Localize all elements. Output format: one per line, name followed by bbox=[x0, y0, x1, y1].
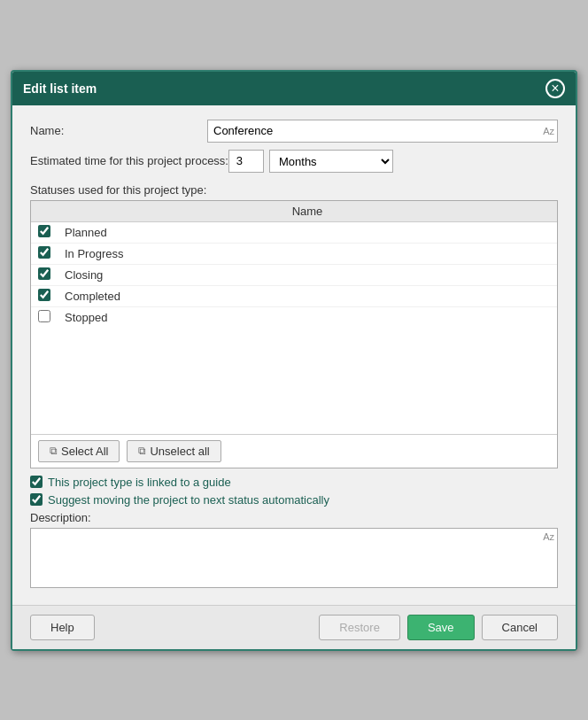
description-label: Description: bbox=[30, 511, 558, 524]
name-column-header: Name bbox=[58, 201, 557, 222]
status-checkbox-cell bbox=[31, 221, 58, 243]
status-name-cell: Completed bbox=[58, 285, 557, 306]
dialog-footer: Help Restore Save Cancel bbox=[12, 605, 576, 649]
dialog-title: Edit list item bbox=[23, 81, 97, 96]
dialog-body: Name: Az Estimated time for this project… bbox=[12, 105, 576, 605]
cancel-button[interactable]: Cancel bbox=[482, 615, 558, 640]
statuses-section-label: Statuses used for this project type: bbox=[30, 183, 558, 197]
status-checkbox-cell bbox=[31, 243, 58, 264]
estimated-row: Estimated time for this project process:… bbox=[30, 150, 558, 173]
unselect-all-button[interactable]: ⧉ Unselect all bbox=[127, 440, 220, 462]
empty-rows-space bbox=[31, 328, 557, 434]
status-checkbox-cell bbox=[31, 306, 58, 328]
status-checkbox-3[interactable] bbox=[38, 289, 50, 301]
status-checkbox-cell bbox=[31, 285, 58, 306]
table-row: In Progress bbox=[31, 243, 557, 264]
suggest-move-label: Suggest moving the project to next statu… bbox=[48, 493, 329, 507]
table-row: Planned bbox=[31, 221, 557, 243]
status-checkbox-0[interactable] bbox=[38, 225, 50, 237]
status-checkbox-cell bbox=[31, 264, 58, 285]
select-all-label: Select All bbox=[61, 445, 108, 458]
name-label: Name: bbox=[30, 124, 207, 137]
table-row: Completed bbox=[31, 285, 557, 306]
status-name-cell: Planned bbox=[58, 221, 557, 243]
name-row: Name: Az bbox=[30, 120, 558, 143]
suggest-move-row: Suggest moving the project to next statu… bbox=[30, 493, 558, 507]
select-buttons-row: ⧉ Select All ⧉ Unselect all bbox=[31, 434, 557, 468]
name-input-container: Az bbox=[207, 120, 558, 143]
status-name-cell: In Progress bbox=[58, 243, 557, 264]
description-textarea[interactable] bbox=[30, 528, 558, 588]
close-button[interactable]: × bbox=[545, 79, 565, 98]
select-all-icon: ⧉ bbox=[50, 445, 58, 457]
table-row: Closing bbox=[31, 264, 557, 285]
help-button[interactable]: Help bbox=[30, 615, 95, 640]
check-column-header bbox=[31, 201, 58, 222]
status-checkbox-1[interactable] bbox=[38, 246, 50, 259]
statuses-table-container: Name Planned In Progress Closing bbox=[30, 200, 558, 468]
unselect-all-icon: ⧉ bbox=[138, 445, 146, 457]
linked-guide-checkbox[interactable] bbox=[30, 476, 43, 488]
unselect-all-label: Unselect all bbox=[150, 445, 209, 458]
linked-guide-row: This project type is linked to a guide bbox=[30, 476, 558, 489]
status-checkbox-4[interactable] bbox=[38, 310, 50, 322]
description-translate-icon[interactable]: Az bbox=[543, 531, 554, 542]
restore-button[interactable]: Restore bbox=[319, 615, 400, 640]
save-button[interactable]: Save bbox=[407, 615, 475, 640]
statuses-table: Name Planned In Progress Closing bbox=[31, 201, 557, 328]
table-row: Stopped bbox=[31, 306, 557, 328]
description-container: Az bbox=[30, 528, 558, 591]
name-input[interactable] bbox=[207, 120, 558, 143]
suggest-move-checkbox[interactable] bbox=[30, 493, 43, 506]
estimated-number-input[interactable] bbox=[228, 150, 264, 173]
edit-list-item-dialog: Edit list item × Name: Az Estimated time… bbox=[11, 70, 577, 651]
name-translate-icon[interactable]: Az bbox=[543, 126, 554, 136]
select-all-button[interactable]: ⧉ Select All bbox=[38, 440, 120, 462]
linked-guide-label: This project type is linked to a guide bbox=[48, 476, 231, 489]
status-name-cell: Closing bbox=[58, 264, 557, 285]
estimated-label: Estimated time for this project process: bbox=[30, 154, 228, 167]
status-checkbox-2[interactable] bbox=[38, 267, 50, 280]
footer-left: Help bbox=[30, 615, 95, 640]
footer-right: Restore Save Cancel bbox=[319, 615, 558, 640]
status-name-cell: Stopped bbox=[58, 306, 557, 328]
estimated-unit-select[interactable]: Months Days Weeks Years bbox=[269, 150, 393, 173]
dialog-titlebar: Edit list item × bbox=[12, 72, 576, 105]
